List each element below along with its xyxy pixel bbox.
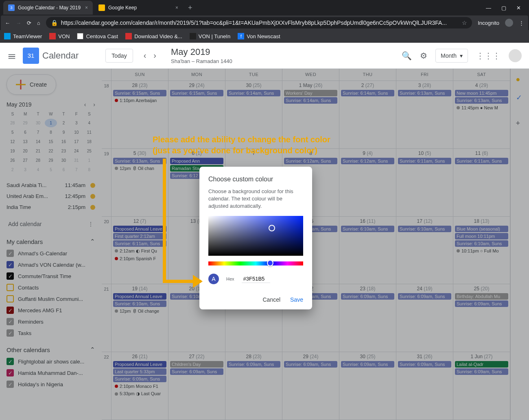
sat-cursor[interactable]	[269, 225, 275, 231]
browser-tab-active[interactable]: 3Google Calendar - May 2019×	[3, 1, 93, 15]
hue-slider[interactable]	[208, 261, 303, 265]
back-icon[interactable]: ←	[5, 20, 10, 26]
tab-title: Google Keep	[108, 5, 137, 11]
month-subtitle: Sha'ban – Ramadan 1440	[171, 58, 232, 64]
new-tab-button[interactable]: +	[184, 4, 197, 12]
forward-icon[interactable]: →	[16, 20, 21, 26]
tab-title: Google Calendar - May 2019	[18, 5, 81, 11]
logo-text: Calendar	[42, 50, 79, 61]
bookmark-item[interactable]: TeamViewer	[4, 33, 42, 39]
gear-icon[interactable]: ⚙	[420, 51, 427, 61]
browser-chrome: 3Google Calendar - May 2019× Google Keep…	[0, 0, 529, 43]
hex-label: Hex	[226, 276, 234, 281]
minimize-icon[interactable]: —	[486, 5, 491, 11]
search-icon[interactable]: 🔍	[402, 51, 412, 61]
chevron-down-icon: ▾	[460, 52, 463, 59]
calendar-icon: 31	[23, 48, 39, 64]
app-logo[interactable]: 31 Calendar	[23, 48, 79, 64]
next-icon[interactable]: ›	[153, 51, 156, 60]
url-text: https://calendar.google.com/calendar/r/m…	[61, 20, 447, 26]
app-header: 31 Calendar Today ‹ › May 2019 Sha'ban –…	[0, 43, 529, 69]
save-button[interactable]: Save	[290, 296, 303, 303]
dialog-description: Choose a background colour for this cale…	[208, 188, 303, 210]
bookmark-item[interactable]: VON	[49, 33, 70, 39]
dialog-title: Choose custom colour	[208, 176, 303, 183]
close-icon[interactable]: ×	[85, 5, 88, 11]
saturation-picker[interactable]	[208, 216, 303, 256]
month-title: May 2019	[171, 47, 232, 57]
browser-tab[interactable]: Google Keep×	[94, 1, 183, 15]
annotation-arrow	[161, 159, 210, 289]
close-icon[interactable]: ×	[175, 5, 178, 11]
view-selector[interactable]: Month▾	[435, 49, 468, 63]
annotation-text: Please add the ability to change the fon…	[153, 134, 397, 156]
star-icon[interactable]: ☆	[462, 20, 467, 26]
prev-icon[interactable]: ‹	[144, 51, 146, 60]
maximize-icon[interactable]: ▢	[501, 5, 506, 11]
bookmark-item[interactable]: fVon Newscast	[238, 33, 280, 39]
incognito-icon	[505, 19, 513, 27]
menu-icon[interactable]: ⋮	[519, 20, 524, 26]
hue-cursor[interactable]	[267, 260, 273, 266]
bookmark-item[interactable]: Centova Cast	[77, 33, 118, 39]
bookmark-item[interactable]: Download Video &...	[125, 33, 182, 39]
hex-input[interactable]	[242, 275, 270, 283]
home-icon[interactable]: ⌂	[37, 20, 40, 26]
cancel-button[interactable]: Cancel	[262, 296, 280, 303]
close-window-icon[interactable]: ✕	[516, 5, 521, 11]
incognito-label: Incognito	[478, 20, 499, 26]
address-bar[interactable]: 🔒 https://calendar.google.com/calendar/r…	[46, 17, 472, 28]
bookmark-item[interactable]: VON | TuneIn	[190, 33, 231, 39]
bookmarks-bar: TeamViewer VON Centova Cast Download Vid…	[0, 30, 529, 42]
apps-icon[interactable]: ⋮⋮⋮	[476, 51, 501, 61]
avatar[interactable]	[509, 49, 522, 62]
hamburger-icon[interactable]	[7, 52, 16, 59]
today-button[interactable]: Today	[105, 49, 133, 63]
color-picker-dialog: Choose custom colour Choose a background…	[199, 167, 312, 309]
lock-icon: 🔒	[51, 20, 58, 26]
reload-icon[interactable]: ⟳	[27, 20, 31, 26]
